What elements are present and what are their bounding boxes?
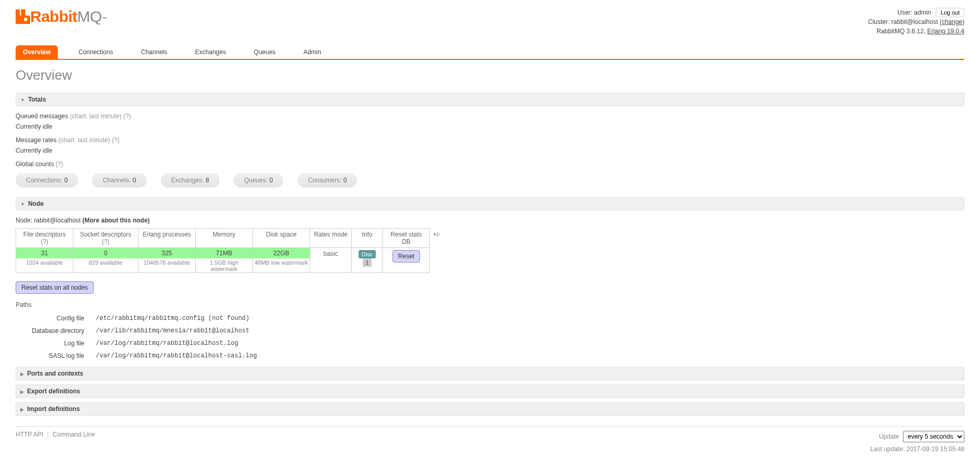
col-fd: File descriptors xyxy=(23,231,66,238)
path-log-value: /var/log/rabbitmq/rabbit@localhost.log xyxy=(91,338,262,349)
user-name: admin xyxy=(914,9,931,16)
count-connections[interactable]: Connections: 0 xyxy=(16,173,78,188)
sd-sub: 829 available xyxy=(73,258,138,266)
col-mem: Memory xyxy=(213,231,235,238)
count-exchanges[interactable]: Exchanges: 8 xyxy=(161,173,220,188)
cluster-name: rabbit@localhost xyxy=(892,18,938,26)
fd-sub: 1024 available xyxy=(16,258,73,266)
message-rates-meta: (chart: last minute) xyxy=(58,136,110,144)
help-icon[interactable]: (?) xyxy=(102,238,110,245)
path-sasl-label: SASL log file xyxy=(17,350,90,362)
reset-stats-button[interactable]: Reset xyxy=(392,250,420,263)
info-num: 1 xyxy=(363,258,371,267)
path-db-value: /var/lib/rabbitmq/mnesia/rabbit@localhos… xyxy=(91,325,262,337)
path-config-label: Config file xyxy=(17,313,90,324)
ep-sub: 1048576 available xyxy=(138,258,195,266)
tab-queues[interactable]: Queues xyxy=(247,45,283,59)
global-counts-label: Global counts xyxy=(16,160,54,168)
section-import[interactable]: ▶Import definitions xyxy=(16,402,964,416)
main-nav: Overview Connections Channels Exchanges … xyxy=(16,45,964,60)
mem-bar: 71MB xyxy=(196,248,252,258)
version-text: RabbitMQ 3.6.12, xyxy=(876,28,925,35)
col-reset: Reset stats DB xyxy=(390,231,422,245)
chevron-down-icon: ▼ xyxy=(20,97,25,103)
node-name: rabbit@localhost xyxy=(34,217,81,224)
update-label: Update xyxy=(879,433,899,440)
col-disk: Disk space xyxy=(266,231,297,238)
paths-header: Paths xyxy=(16,301,964,308)
logout-button[interactable]: Log out xyxy=(936,8,964,17)
node-table: File descriptors (?) Socket descriptors … xyxy=(16,228,444,273)
update-interval-select[interactable]: every 5 seconds xyxy=(903,431,964,442)
paths-table: Config file/etc/rabbitmq/rabbitmq.config… xyxy=(16,312,263,363)
svg-rect-2 xyxy=(16,16,30,24)
tab-exchanges[interactable]: Exchanges xyxy=(188,45,233,59)
svg-rect-3 xyxy=(24,18,27,21)
disk-bar: 22GB xyxy=(253,248,310,258)
separator: | xyxy=(47,431,48,438)
path-config-value: /etc/rabbitmq/rabbitmq.config (not found… xyxy=(91,313,262,324)
section-import-label: Import definitions xyxy=(27,405,80,413)
last-update-value: 2017-09-19 15:05:48 xyxy=(907,445,964,453)
rates-mode-value: basic xyxy=(310,248,352,273)
sd-bar: 0 xyxy=(73,248,138,258)
tab-channels[interactable]: Channels xyxy=(134,45,175,59)
tab-overview[interactable]: Overview xyxy=(16,45,58,59)
col-ep: Erlang processes xyxy=(143,231,191,238)
chevron-right-icon: ▶ xyxy=(20,371,24,377)
logo-tm: ™ xyxy=(102,16,107,22)
count-channels[interactable]: Channels: 0 xyxy=(92,173,146,188)
last-update-label: Last update: xyxy=(870,445,905,453)
queued-messages-idle: Currently idle xyxy=(16,123,964,130)
logo-text-mq: MQ xyxy=(77,8,101,25)
queued-messages-meta: (chart: last minute) xyxy=(70,113,121,120)
change-cluster-link[interactable]: change xyxy=(942,18,962,26)
page-title: Overview xyxy=(16,67,964,83)
fd-bar: 31 xyxy=(16,248,73,258)
help-icon[interactable]: (?) xyxy=(56,160,63,168)
help-icon[interactable]: (?) xyxy=(41,238,48,245)
tab-admin[interactable]: Admin xyxy=(296,45,328,59)
erlang-link[interactable]: Erlang 19.0.4 xyxy=(927,28,964,35)
command-line-link[interactable]: Command Line xyxy=(53,431,95,438)
col-info: Info xyxy=(362,231,372,238)
path-db-label: Database directory xyxy=(17,325,90,337)
logo: RabbitMQ™ xyxy=(16,8,107,26)
count-consumers[interactable]: Consumers: 0 xyxy=(298,173,358,188)
col-rates: Rates mode xyxy=(314,231,348,238)
http-api-link[interactable]: HTTP API xyxy=(16,431,43,438)
message-rates-idle: Currently idle xyxy=(16,147,964,154)
logo-text-rabbit: Rabbit xyxy=(30,8,77,25)
mem-sub: 1.5GB high watermark xyxy=(196,258,252,272)
chevron-right-icon: ▶ xyxy=(20,407,24,412)
rabbitmq-logo-icon xyxy=(16,9,30,24)
header-meta: User: admin Log out Cluster: rabbit@loca… xyxy=(868,8,964,36)
tab-connections[interactable]: Connections xyxy=(71,45,121,59)
info-disc-tag: Disc xyxy=(359,250,376,258)
columns-toggle[interactable]: +/- xyxy=(430,229,444,248)
help-icon[interactable]: (?) xyxy=(112,136,120,144)
more-about-node-link[interactable]: (More about this node) xyxy=(82,217,149,224)
cluster-label: Cluster: xyxy=(868,18,889,26)
section-ports[interactable]: ▶Ports and contexts xyxy=(16,367,964,380)
help-icon[interactable]: (?) xyxy=(123,113,131,120)
count-queues[interactable]: Queues: 0 xyxy=(234,173,283,188)
disk-sub: 48MB low watermark xyxy=(253,258,310,266)
section-totals[interactable]: ▼Totals xyxy=(16,93,964,106)
section-node[interactable]: ▼Node xyxy=(16,197,964,210)
message-rates-label: Message rates xyxy=(16,136,57,144)
section-node-label: Node xyxy=(28,200,44,207)
path-log-label: Log file xyxy=(17,338,90,349)
chevron-right-icon: ▶ xyxy=(20,389,24,394)
section-totals-label: Totals xyxy=(28,96,46,103)
chevron-down-icon: ▼ xyxy=(20,202,25,207)
reset-stats-all-button[interactable]: Reset stats on all nodes xyxy=(16,281,94,294)
section-ports-label: Ports and contexts xyxy=(27,370,83,377)
col-sd: Socket descriptors xyxy=(80,231,132,238)
global-counts-row: Connections: 0 Channels: 0 Exchanges: 8 … xyxy=(16,173,964,188)
path-sasl-value: /var/log/rabbitmq/rabbit@localhost-sasl.… xyxy=(91,350,262,362)
ep-bar: 325 xyxy=(138,248,195,258)
user-label: User: xyxy=(897,9,912,16)
section-export-label: Export definitions xyxy=(27,388,80,395)
section-export[interactable]: ▶Export definitions xyxy=(16,384,964,398)
